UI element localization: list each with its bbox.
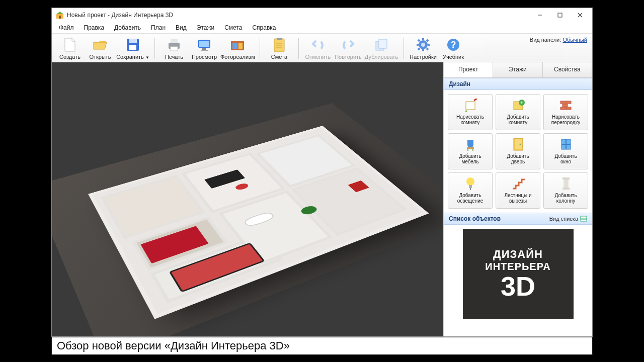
create-button[interactable]: Создать xyxy=(55,36,85,61)
svg-rect-39 xyxy=(466,102,475,110)
video-caption: Обзор новой версии «Дизайн Интерьера 3D» xyxy=(51,337,593,355)
svg-rect-9 xyxy=(129,45,136,50)
add-door-button[interactable]: Добавитьдверь xyxy=(496,133,540,169)
add-room-icon: + xyxy=(511,98,526,113)
promo-banner: ДИЗАЙН ИНТЕРЬЕРА 3D xyxy=(463,229,574,319)
svg-rect-2 xyxy=(59,16,61,19)
estimate-button[interactable]: Смета xyxy=(264,36,294,61)
manual-button[interactable]: ? Учебник xyxy=(438,36,468,61)
panel-mode: Вид панели: Обычный xyxy=(530,37,587,43)
bulb-icon xyxy=(463,176,478,191)
save-icon xyxy=(125,37,141,53)
side-panel: Проект Этажи Свойства Дизайн Нарисоватьк… xyxy=(443,62,592,336)
minimize-button[interactable] xyxy=(530,8,550,22)
maximize-button[interactable] xyxy=(550,8,570,22)
svg-rect-16 xyxy=(201,50,208,51)
duplicate-icon xyxy=(373,37,389,53)
svg-text:?: ? xyxy=(451,40,456,50)
draw-room-icon xyxy=(463,98,478,113)
menu-file[interactable]: Файл xyxy=(54,23,79,32)
settings-button[interactable]: Настройки xyxy=(408,36,438,61)
tab-floors[interactable]: Этажи xyxy=(493,62,542,77)
folder-open-icon xyxy=(92,37,108,53)
svg-rect-61 xyxy=(564,179,569,188)
stairs-icon xyxy=(511,176,526,191)
clipboard-icon xyxy=(271,37,287,53)
floorplan-render xyxy=(52,103,443,336)
app-window: Новый проект - Дизайн Интерьера 3D Файл … xyxy=(51,8,593,337)
add-room-button[interactable]: + Добавитькомнату xyxy=(496,94,540,130)
preview-button[interactable]: Просмотр xyxy=(189,36,219,61)
viewport-3d[interactable] xyxy=(52,62,443,336)
svg-rect-44 xyxy=(566,101,571,104)
svg-rect-15 xyxy=(202,48,206,50)
add-stairs-button[interactable]: Лестницы ивырезы xyxy=(496,172,540,209)
menu-plan[interactable]: План xyxy=(146,23,171,32)
svg-rect-19 xyxy=(238,43,243,49)
add-furniture-button[interactable]: Добавитьмебель xyxy=(448,133,493,169)
panel-mode-link[interactable]: Обычный xyxy=(562,37,587,43)
close-button[interactable] xyxy=(570,8,590,22)
add-lighting-button[interactable]: Добавитьосвещение xyxy=(448,172,493,209)
column-icon xyxy=(558,176,574,191)
svg-point-57 xyxy=(466,177,474,186)
list-view-label: Вид списка xyxy=(549,216,578,222)
svg-rect-64 xyxy=(562,188,570,190)
svg-rect-21 xyxy=(277,38,282,40)
svg-line-34 xyxy=(427,48,428,50)
undo-button[interactable]: Отменить xyxy=(303,36,333,61)
new-file-icon xyxy=(62,37,78,53)
door-icon xyxy=(511,137,526,152)
svg-line-35 xyxy=(427,40,428,41)
section-design-header: Дизайн xyxy=(444,78,592,90)
svg-rect-60 xyxy=(562,177,570,179)
svg-rect-46 xyxy=(560,107,566,110)
menu-add[interactable]: Добавить xyxy=(109,23,146,32)
svg-point-28 xyxy=(421,43,425,47)
object-list: ДИЗАЙН ИНТЕРЬЕРА 3D xyxy=(444,225,592,336)
save-button[interactable]: Сохранить ▼ xyxy=(115,36,150,61)
tab-project[interactable]: Проект xyxy=(444,62,493,77)
list-view-toggle[interactable] xyxy=(580,216,587,222)
toolbar: Создать Открыть Сохранить ▼ Печать xyxy=(52,33,592,62)
svg-rect-48 xyxy=(467,147,474,149)
svg-line-36 xyxy=(418,48,420,50)
menu-help[interactable]: Справка xyxy=(247,23,281,32)
duplicate-button[interactable]: Дублировать xyxy=(363,36,399,61)
tab-properties[interactable]: Свойства xyxy=(543,62,592,77)
photoreal-icon xyxy=(229,37,246,53)
add-window-button[interactable]: Добавитьокно xyxy=(543,133,588,169)
svg-rect-11 xyxy=(171,39,178,43)
svg-rect-26 xyxy=(379,39,387,48)
photoreal-button[interactable]: Фотореализм xyxy=(219,36,256,61)
svg-text:+: + xyxy=(520,100,523,106)
menu-edit[interactable]: Правка xyxy=(79,23,110,32)
draw-room-button[interactable]: Нарисоватькомнату xyxy=(448,94,493,130)
svg-rect-8 xyxy=(129,39,137,43)
open-button[interactable]: Открыть xyxy=(85,36,115,61)
redo-button[interactable]: Повторить xyxy=(333,36,363,61)
brick-wall-icon xyxy=(558,98,574,113)
menu-floors[interactable]: Этажи xyxy=(192,23,219,32)
print-button[interactable]: Печать xyxy=(159,36,189,61)
monitor-icon xyxy=(196,37,212,53)
menubar: Файл Правка Добавить План Вид Этажи Смет… xyxy=(52,22,592,33)
svg-rect-45 xyxy=(562,104,568,107)
draw-wall-button[interactable]: Нарисоватьперегородку xyxy=(543,94,588,130)
app-icon xyxy=(56,11,64,19)
chevron-down-icon: ▼ xyxy=(145,55,149,60)
redo-icon xyxy=(340,37,356,53)
undo-icon xyxy=(310,37,326,53)
window-title: Новый проект - Дизайн Интерьера 3D xyxy=(67,12,530,19)
printer-icon xyxy=(166,37,182,53)
svg-rect-18 xyxy=(232,43,237,49)
menu-view[interactable]: Вид xyxy=(171,23,192,32)
svg-rect-58 xyxy=(469,185,472,188)
menu-estimate[interactable]: Смета xyxy=(219,23,247,32)
section-objlist-header: Список объектов Вид списка xyxy=(444,213,592,225)
gear-icon xyxy=(415,37,431,53)
add-column-button[interactable]: Добавитьколонну xyxy=(543,172,588,209)
help-icon: ? xyxy=(445,37,461,53)
window-icon xyxy=(558,137,574,152)
svg-rect-14 xyxy=(199,41,209,47)
